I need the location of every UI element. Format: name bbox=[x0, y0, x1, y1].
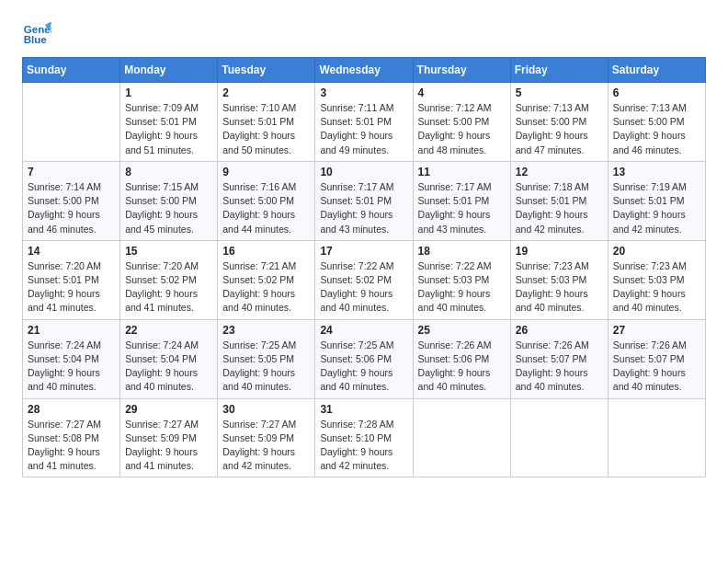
calendar-cell: 22Sunrise: 7:24 AMSunset: 5:04 PMDayligh… bbox=[120, 319, 218, 398]
calendar-cell: 16Sunrise: 7:21 AMSunset: 5:02 PMDayligh… bbox=[218, 240, 315, 319]
calendar-cell: 4Sunrise: 7:12 AMSunset: 5:00 PMDaylight… bbox=[413, 83, 510, 162]
calendar-body: 1Sunrise: 7:09 AMSunset: 5:01 PMDaylight… bbox=[23, 83, 706, 477]
calendar-cell: 24Sunrise: 7:25 AMSunset: 5:06 PMDayligh… bbox=[315, 319, 413, 398]
day-number: 9 bbox=[222, 166, 310, 178]
day-info: Sunrise: 7:16 AMSunset: 5:00 PMDaylight:… bbox=[222, 180, 310, 236]
day-info: Sunrise: 7:26 AMSunset: 5:07 PMDaylight:… bbox=[613, 339, 700, 395]
day-info: Sunrise: 7:20 AMSunset: 5:01 PMDaylight:… bbox=[28, 259, 115, 316]
calendar-cell: 19Sunrise: 7:23 AMSunset: 5:03 PMDayligh… bbox=[510, 240, 608, 319]
day-info: Sunrise: 7:22 AMSunset: 5:02 PMDaylight:… bbox=[320, 259, 407, 316]
calendar-cell: 2Sunrise: 7:10 AMSunset: 5:01 PMDaylight… bbox=[218, 83, 315, 162]
day-number: 16 bbox=[222, 245, 310, 258]
day-number: 19 bbox=[516, 245, 603, 258]
day-info: Sunrise: 7:26 AMSunset: 5:06 PMDaylight:… bbox=[418, 339, 506, 395]
calendar-cell: 8Sunrise: 7:15 AMSunset: 5:00 PMDaylight… bbox=[120, 161, 218, 240]
day-number: 14 bbox=[28, 245, 115, 258]
calendar-cell bbox=[413, 398, 510, 477]
calendar-cell: 1Sunrise: 7:09 AMSunset: 5:01 PMDaylight… bbox=[120, 83, 218, 162]
day-info: Sunrise: 7:17 AMSunset: 5:01 PMDaylight:… bbox=[320, 180, 407, 236]
day-number: 18 bbox=[418, 245, 506, 258]
calendar-cell: 13Sunrise: 7:19 AMSunset: 5:01 PMDayligh… bbox=[608, 161, 705, 240]
day-number: 6 bbox=[613, 86, 700, 99]
day-number: 29 bbox=[125, 403, 212, 416]
day-info: Sunrise: 7:13 AMSunset: 5:00 PMDaylight:… bbox=[613, 101, 700, 157]
day-info: Sunrise: 7:27 AMSunset: 5:09 PMDaylight:… bbox=[222, 418, 310, 474]
day-info: Sunrise: 7:23 AMSunset: 5:03 PMDaylight:… bbox=[516, 259, 603, 316]
calendar-cell: 26Sunrise: 7:26 AMSunset: 5:07 PMDayligh… bbox=[510, 319, 608, 398]
calendar-cell: 25Sunrise: 7:26 AMSunset: 5:06 PMDayligh… bbox=[413, 319, 510, 398]
day-number: 30 bbox=[222, 403, 310, 416]
day-info: Sunrise: 7:26 AMSunset: 5:07 PMDaylight:… bbox=[516, 339, 603, 395]
day-number: 11 bbox=[418, 166, 506, 178]
page-header: General Blue bbox=[22, 18, 706, 48]
calendar-cell: 29Sunrise: 7:27 AMSunset: 5:09 PMDayligh… bbox=[120, 398, 218, 477]
day-info: Sunrise: 7:24 AMSunset: 5:04 PMDaylight:… bbox=[125, 339, 212, 395]
day-info: Sunrise: 7:10 AMSunset: 5:01 PMDaylight:… bbox=[222, 101, 310, 157]
weekday-header-wednesday: Wednesday bbox=[315, 58, 413, 83]
day-info: Sunrise: 7:24 AMSunset: 5:04 PMDaylight:… bbox=[28, 339, 115, 395]
calendar-cell: 5Sunrise: 7:13 AMSunset: 5:00 PMDaylight… bbox=[510, 83, 608, 162]
day-info: Sunrise: 7:19 AMSunset: 5:01 PMDaylight:… bbox=[613, 180, 700, 236]
calendar-cell: 12Sunrise: 7:18 AMSunset: 5:01 PMDayligh… bbox=[510, 161, 608, 240]
calendar-week-1: 1Sunrise: 7:09 AMSunset: 5:01 PMDaylight… bbox=[23, 83, 706, 162]
day-info: Sunrise: 7:17 AMSunset: 5:01 PMDaylight:… bbox=[418, 180, 506, 236]
day-info: Sunrise: 7:13 AMSunset: 5:00 PMDaylight:… bbox=[516, 101, 603, 157]
calendar-cell: 14Sunrise: 7:20 AMSunset: 5:01 PMDayligh… bbox=[23, 240, 120, 319]
svg-text:Blue: Blue bbox=[24, 34, 48, 45]
day-info: Sunrise: 7:21 AMSunset: 5:02 PMDaylight:… bbox=[222, 259, 310, 316]
day-info: Sunrise: 7:23 AMSunset: 5:03 PMDaylight:… bbox=[613, 259, 700, 316]
calendar-week-5: 28Sunrise: 7:27 AMSunset: 5:08 PMDayligh… bbox=[23, 398, 706, 477]
day-info: Sunrise: 7:27 AMSunset: 5:09 PMDaylight:… bbox=[125, 418, 212, 474]
day-number: 3 bbox=[320, 86, 407, 99]
day-info: Sunrise: 7:11 AMSunset: 5:01 PMDaylight:… bbox=[320, 101, 407, 157]
calendar-cell: 20Sunrise: 7:23 AMSunset: 5:03 PMDayligh… bbox=[608, 240, 705, 319]
calendar-cell: 7Sunrise: 7:14 AMSunset: 5:00 PMDaylight… bbox=[23, 161, 120, 240]
day-info: Sunrise: 7:20 AMSunset: 5:02 PMDaylight:… bbox=[125, 259, 212, 316]
day-number: 28 bbox=[28, 403, 115, 416]
day-number: 4 bbox=[418, 86, 506, 99]
day-info: Sunrise: 7:15 AMSunset: 5:00 PMDaylight:… bbox=[125, 180, 212, 236]
calendar-cell: 21Sunrise: 7:24 AMSunset: 5:04 PMDayligh… bbox=[23, 319, 120, 398]
calendar-cell: 6Sunrise: 7:13 AMSunset: 5:00 PMDaylight… bbox=[608, 83, 705, 162]
calendar-cell: 10Sunrise: 7:17 AMSunset: 5:01 PMDayligh… bbox=[315, 161, 413, 240]
day-number: 13 bbox=[613, 166, 700, 178]
day-number: 12 bbox=[516, 166, 603, 178]
day-info: Sunrise: 7:27 AMSunset: 5:08 PMDaylight:… bbox=[28, 418, 115, 474]
calendar-cell: 9Sunrise: 7:16 AMSunset: 5:00 PMDaylight… bbox=[218, 161, 315, 240]
day-number: 31 bbox=[320, 403, 407, 416]
weekday-header-friday: Friday bbox=[510, 58, 608, 83]
calendar-header-row: SundayMondayTuesdayWednesdayThursdayFrid… bbox=[23, 58, 706, 83]
calendar-cell: 23Sunrise: 7:25 AMSunset: 5:05 PMDayligh… bbox=[218, 319, 315, 398]
day-number: 5 bbox=[516, 86, 603, 99]
day-number: 26 bbox=[516, 324, 603, 337]
calendar-table: SundayMondayTuesdayWednesdayThursdayFrid… bbox=[22, 57, 706, 477]
calendar-week-2: 7Sunrise: 7:14 AMSunset: 5:00 PMDaylight… bbox=[23, 161, 706, 240]
day-number: 2 bbox=[222, 86, 310, 99]
day-number: 7 bbox=[28, 166, 115, 178]
calendar-cell: 31Sunrise: 7:28 AMSunset: 5:10 PMDayligh… bbox=[315, 398, 413, 477]
day-info: Sunrise: 7:12 AMSunset: 5:00 PMDaylight:… bbox=[418, 101, 506, 157]
calendar-week-3: 14Sunrise: 7:20 AMSunset: 5:01 PMDayligh… bbox=[23, 240, 706, 319]
calendar-cell: 30Sunrise: 7:27 AMSunset: 5:09 PMDayligh… bbox=[218, 398, 315, 477]
day-number: 20 bbox=[613, 245, 700, 258]
day-number: 8 bbox=[125, 166, 212, 178]
logo-icon: General Blue bbox=[22, 18, 51, 48]
day-number: 17 bbox=[320, 245, 407, 258]
calendar-cell bbox=[23, 83, 120, 162]
calendar-week-4: 21Sunrise: 7:24 AMSunset: 5:04 PMDayligh… bbox=[23, 319, 706, 398]
day-number: 25 bbox=[418, 324, 506, 337]
calendar-cell: 3Sunrise: 7:11 AMSunset: 5:01 PMDaylight… bbox=[315, 83, 413, 162]
weekday-header-tuesday: Tuesday bbox=[218, 58, 315, 83]
day-number: 10 bbox=[320, 166, 407, 178]
day-info: Sunrise: 7:09 AMSunset: 5:01 PMDaylight:… bbox=[125, 101, 212, 157]
day-info: Sunrise: 7:25 AMSunset: 5:05 PMDaylight:… bbox=[222, 339, 310, 395]
day-number: 22 bbox=[125, 324, 212, 337]
day-info: Sunrise: 7:25 AMSunset: 5:06 PMDaylight:… bbox=[320, 339, 407, 395]
logo: General Blue bbox=[22, 18, 55, 48]
weekday-header-thursday: Thursday bbox=[413, 58, 510, 83]
day-number: 21 bbox=[28, 324, 115, 337]
calendar-cell: 15Sunrise: 7:20 AMSunset: 5:02 PMDayligh… bbox=[120, 240, 218, 319]
day-number: 27 bbox=[613, 324, 700, 337]
day-info: Sunrise: 7:22 AMSunset: 5:03 PMDaylight:… bbox=[418, 259, 506, 316]
calendar-cell bbox=[608, 398, 705, 477]
